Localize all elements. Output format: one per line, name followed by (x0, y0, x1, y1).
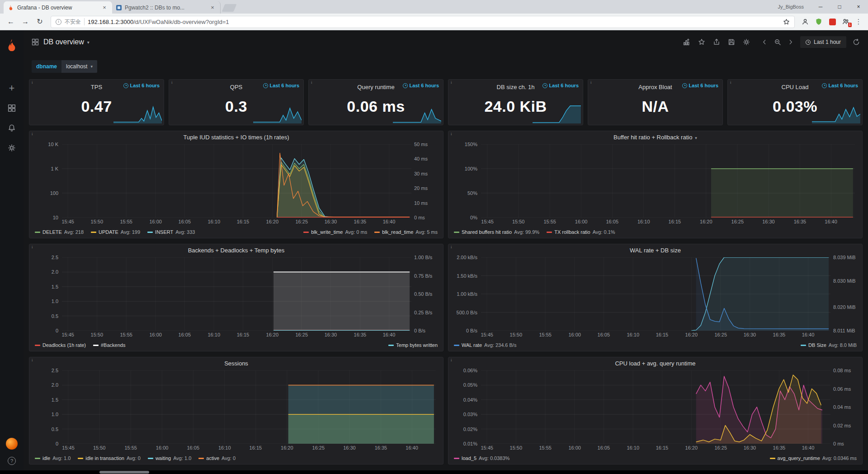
tab-close-icon[interactable]: × (209, 4, 216, 11)
graph-canvas[interactable] (481, 370, 830, 444)
panel-info-icon[interactable]: i (29, 80, 35, 85)
create-icon[interactable]: + (0, 78, 24, 98)
forward-button[interactable]: → (19, 15, 32, 28)
legend-item[interactable]: activeAvg: 0 (198, 455, 236, 461)
maximize-button[interactable]: □ (830, 0, 849, 14)
panel-info-icon[interactable]: i (448, 131, 454, 137)
panel-info-icon[interactable]: i (448, 80, 454, 85)
chevron-right-icon[interactable] (788, 39, 794, 45)
url-text[interactable]: 192.168.1.2:3000/d/UXFwOaNik/db-overview… (88, 19, 780, 25)
panel-info-icon[interactable]: i (29, 131, 35, 137)
new-tab-button[interactable] (222, 4, 237, 12)
configuration-icon[interactable] (0, 138, 24, 158)
dashboard-title[interactable]: DB overview (43, 38, 84, 46)
legend-item[interactable]: DB SizeAvg: 8.0 MiB (801, 342, 857, 348)
legend-item[interactable]: Temp bytes written (388, 342, 438, 348)
graph-plot[interactable] (481, 144, 855, 218)
legend-item[interactable]: INSERTAvg: 333 (147, 229, 195, 235)
save-icon[interactable] (728, 38, 735, 46)
zoom-out-icon[interactable] (774, 38, 781, 46)
grafana-logo-icon[interactable] (0, 35, 24, 55)
graph-canvas[interactable] (481, 257, 830, 331)
add-panel-icon[interactable] (683, 38, 690, 46)
tab-close-icon[interactable]: × (101, 4, 108, 11)
star-icon[interactable] (698, 38, 705, 46)
shield-icon[interactable] (813, 16, 825, 28)
graph-plot[interactable] (62, 144, 411, 218)
legend-item[interactable]: DELETEAvg: 218 (35, 229, 84, 235)
legend-item[interactable]: avg_query_runtimeAvg: 0.0346 ms (770, 455, 857, 461)
panel-info-icon[interactable]: i (448, 244, 454, 250)
browser-tab-pgwatch[interactable]: Pgwatch2 :: DBs to mo... × (112, 1, 221, 14)
legend-item[interactable]: WAL rateAvg: 234.6 B/s (454, 342, 516, 348)
panel-info-icon[interactable]: i (588, 80, 594, 85)
chevron-left-icon[interactable] (761, 39, 768, 45)
info-icon[interactable] (56, 19, 61, 25)
stat-range-link[interactable]: Last 6 hours (263, 83, 299, 88)
back-button[interactable]: ← (5, 15, 17, 28)
panel-info-icon[interactable]: i (169, 80, 175, 85)
extension-badged-icon[interactable]: 1 (840, 16, 852, 28)
refresh-icon[interactable] (853, 38, 860, 46)
chevron-down-icon[interactable]: ▾ (87, 40, 90, 45)
stat-range-link[interactable]: Last 6 hours (542, 83, 579, 88)
dashboards-icon[interactable] (0, 98, 24, 118)
extension-profile-icon[interactable] (799, 16, 811, 28)
legend-item[interactable]: Shared buffers hit ratioAvg: 99.9% (454, 229, 539, 235)
share-icon[interactable] (713, 38, 720, 46)
panel-info-icon[interactable]: i (448, 357, 454, 363)
graph-plot[interactable] (481, 370, 830, 444)
extension-icon[interactable] (826, 16, 838, 28)
panel-title[interactable]: CPU load + avg. query runtime (448, 357, 862, 370)
browser-tab-grafana[interactable]: Grafana - DB overview × (4, 1, 112, 14)
legend-item[interactable]: UPDATEAvg: 199 (91, 229, 140, 235)
legend-item[interactable]: idleAvg: 1.0 (35, 455, 71, 461)
panel-info-icon[interactable]: i (29, 244, 35, 250)
graph-plot[interactable] (481, 257, 830, 331)
alerting-icon[interactable] (0, 118, 24, 138)
graph-plot[interactable] (62, 257, 411, 331)
legend-item[interactable]: blk_write_timeAvg: 0 ms (303, 229, 367, 235)
user-avatar[interactable] (6, 438, 18, 450)
panel-title[interactable]: Tuple IUD statistics + IO times (1h rate… (29, 131, 443, 143)
profile-name[interactable]: Jy_BigBoss (778, 4, 804, 9)
reload-button[interactable]: ↻ (33, 15, 46, 28)
panel-title[interactable]: Backends + Deadlocks + Temp bytes (29, 244, 443, 256)
legend-item[interactable]: load_5Avg: 0.0383% (454, 455, 509, 461)
panel-menu-caret-icon[interactable]: ▾ (695, 136, 697, 140)
stat-range-link[interactable]: Last 6 hours (822, 83, 858, 88)
stat-range-link[interactable]: Last 6 hours (403, 83, 439, 88)
legend-item[interactable]: Deadlocks (1h rate) (35, 342, 86, 348)
panel-info-icon[interactable]: i (728, 80, 734, 85)
graph-canvas[interactable] (62, 370, 436, 444)
minimize-button[interactable]: ─ (811, 0, 830, 14)
settings-icon[interactable] (743, 38, 750, 46)
time-range-picker[interactable]: Last 1 hour (800, 36, 846, 48)
stat-range-link[interactable]: Last 6 hours (682, 83, 718, 88)
panel-title[interactable]: Sessions (29, 357, 443, 370)
graph-canvas[interactable] (481, 144, 855, 218)
panel-title[interactable]: WAL rate + DB size (448, 244, 862, 256)
browser-menu-icon[interactable]: ⋮ (854, 18, 863, 26)
graph-canvas[interactable] (62, 257, 411, 331)
horizontal-scrollbar[interactable] (0, 470, 868, 474)
bookmark-star-icon[interactable] (783, 19, 790, 25)
legend-item[interactable]: TX rollback ratioAvg: 0.1% (547, 229, 615, 235)
panel-title[interactable]: Buffer hit ratio + Rollback ratio▾ (448, 131, 862, 143)
legend-item[interactable]: waitingAvg: 1.0 (148, 455, 191, 461)
graph-canvas[interactable] (62, 144, 411, 218)
legend-item[interactable]: idle in transactionAvg: 0 (78, 455, 141, 461)
variable-dbname[interactable]: dbname localhost ▾ (32, 60, 97, 73)
apps-grid-icon[interactable] (32, 38, 39, 46)
legend-item[interactable]: #Backends (93, 342, 125, 348)
panel-info-icon[interactable]: i (29, 357, 35, 363)
address-bar[interactable]: 不安全 192.168.1.2:3000/d/UXFwOaNik/db-over… (51, 16, 795, 28)
help-icon[interactable]: ? (8, 457, 16, 465)
stat-range-link[interactable]: Last 6 hours (123, 83, 160, 88)
panel-info-icon[interactable]: i (309, 80, 315, 85)
variable-value-dropdown[interactable]: localhost ▾ (61, 60, 97, 73)
close-button[interactable]: × (849, 0, 868, 14)
graph-plot[interactable] (62, 370, 436, 444)
scrollbar-thumb[interactable] (99, 471, 149, 474)
legend-item[interactable]: blk_read_timeAvg: 5 ms (374, 229, 438, 235)
